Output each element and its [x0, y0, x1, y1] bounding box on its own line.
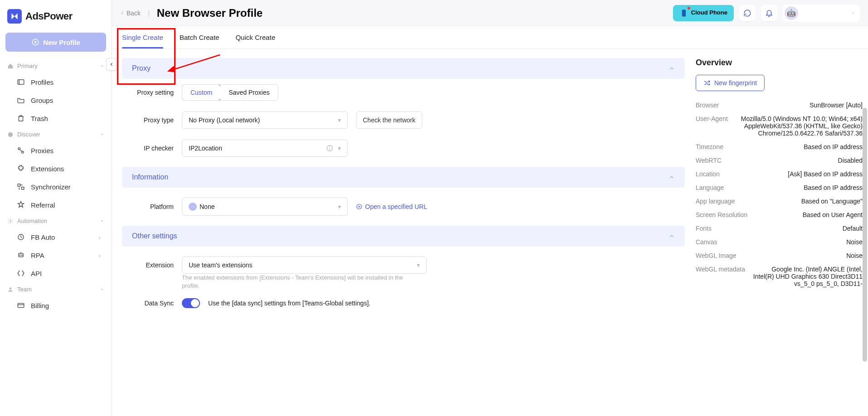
none-icon: ⋯ — [189, 203, 197, 211]
section-information-header[interactable]: Information — [122, 167, 685, 188]
gear-icon — [7, 218, 14, 224]
platform-label: Platform — [122, 203, 182, 210]
sync-icon — [16, 182, 25, 191]
overview-value: [Ask] Based on IP address — [788, 170, 863, 178]
proxies-icon — [16, 146, 25, 155]
rpa-icon — [16, 251, 25, 260]
account-menu[interactable]: 🤖 — [783, 5, 860, 22]
phone-icon — [679, 9, 688, 18]
tab-quick-create[interactable]: Quick Create — [235, 26, 275, 48]
overview-label: Location — [696, 170, 720, 178]
sidebar-item-api[interactable]: API — [5, 264, 106, 282]
nav-section-automation[interactable]: Automation — [5, 214, 106, 228]
new-fingerprint-button[interactable]: New fingerprint — [696, 75, 765, 91]
data-sync-toggle[interactable] — [182, 298, 200, 308]
overview-row: CanvasNoise — [696, 235, 863, 249]
plus-circle-icon — [31, 38, 39, 46]
proxy-type-value: No Proxy (Local network) — [189, 116, 260, 124]
other-section-label: Other settings — [132, 232, 177, 240]
chevron-left-icon — [109, 62, 114, 67]
extensions-label: Extensions — [31, 165, 64, 173]
svg-rect-6 — [22, 187, 24, 189]
sidebar-item-synchronizer[interactable]: Synchronizer — [5, 178, 106, 196]
brand-name: AdsPower — [25, 10, 73, 22]
platform-select[interactable]: ⋯ None ▾ — [182, 198, 348, 216]
ip-checker-label: IP checker — [122, 145, 182, 152]
overview-label: Canvas — [696, 238, 717, 246]
svg-point-10 — [20, 255, 20, 256]
proxy-type-select[interactable]: No Proxy (Local network) ▾ — [182, 111, 348, 129]
trash-label: Trash — [31, 115, 48, 122]
fbauto-icon — [16, 232, 25, 242]
chevron-down-icon — [100, 287, 104, 292]
overview-row: BrowserSunBrowser [Auto] — [696, 98, 863, 112]
overview-row: Location[Ask] Based on IP address — [696, 167, 863, 181]
check-network-button[interactable]: Check the network — [356, 111, 422, 129]
svg-rect-1 — [18, 80, 24, 85]
overview-row: WebRTCDisabled — [696, 154, 863, 167]
bell-icon — [765, 9, 773, 17]
nav-section-discover[interactable]: Discover — [5, 127, 106, 141]
overview-row: App languageBased on "Language" — [696, 194, 863, 208]
sidebar-collapse-button[interactable] — [106, 58, 117, 71]
plus-circle-icon — [356, 203, 362, 210]
sidebar-item-trash[interactable]: Trash — [5, 109, 106, 127]
api-label: API — [31, 270, 42, 277]
new-profile-button[interactable]: New Profile — [5, 33, 106, 52]
overview-value: Mozilla/5.0 (Windows NT 10.0; Win64; x64… — [734, 115, 863, 137]
overview-panel: Overview New fingerprint BrowserSunBrows… — [696, 58, 863, 416]
sidebar-item-rpa[interactable]: RPA › — [5, 246, 106, 264]
proxy-section-label: Proxy — [132, 64, 151, 73]
cloud-phone-button[interactable]: Cloud Phone — [673, 5, 734, 21]
section-other-header[interactable]: Other settings — [122, 226, 685, 247]
info-icon — [326, 145, 333, 152]
sidebar-item-fbauto[interactable]: FB Auto › — [5, 228, 106, 246]
svg-point-12 — [10, 287, 12, 290]
avatar-icon: 🤖 — [785, 6, 798, 20]
overview-row: TimezoneBased on IP address — [696, 140, 863, 154]
compass-icon — [7, 131, 14, 138]
sidebar-item-extensions[interactable]: Extensions — [5, 160, 106, 178]
back-link[interactable]: Back — [120, 10, 141, 17]
sidebar-item-groups[interactable]: Groups — [5, 91, 106, 109]
extensions-icon — [16, 164, 25, 173]
sidebar-item-billing[interactable]: Billing — [5, 296, 106, 314]
proxy-setting-saved[interactable]: Saved Proxies — [220, 85, 278, 100]
proxies-label: Proxies — [31, 147, 54, 155]
sidebar-item-profiles[interactable]: Profiles — [5, 73, 106, 91]
data-sync-text: Use the [data sync] settings from [Teams… — [208, 300, 371, 307]
sidebar-item-referral[interactable]: Referral — [5, 196, 106, 214]
notification-dot — [688, 7, 690, 10]
create-tabs: Single Create Batch Create Quick Create — [112, 26, 868, 49]
overview-value: Based on IP address — [804, 184, 863, 191]
notifications-button[interactable] — [761, 5, 777, 21]
nav-section-primary[interactable]: Primary — [5, 59, 106, 73]
trash-icon — [16, 114, 25, 123]
team-label: Team — [17, 286, 32, 293]
chevron-down-icon: ▾ — [338, 145, 341, 152]
tab-single-create[interactable]: Single Create — [122, 26, 163, 48]
extension-hint: The enabled extensions from [Extensions … — [182, 274, 418, 290]
separator: | — [148, 10, 150, 17]
svg-rect-13 — [18, 304, 24, 308]
open-url-link[interactable]: Open a specified URL — [356, 203, 427, 210]
sync-label: Synchronizer — [31, 183, 71, 191]
chevron-down-icon — [100, 132, 104, 137]
proxy-setting-custom[interactable]: Custom — [182, 84, 221, 101]
ip-checker-select[interactable]: IP2Location ▾ — [182, 140, 348, 157]
overview-label: WebGL metadata — [696, 266, 745, 273]
proxy-setting-segment: Custom Saved Proxies — [182, 84, 278, 101]
tab-batch-create[interactable]: Batch Create — [180, 26, 219, 48]
section-proxy-header[interactable]: Proxy — [122, 58, 685, 79]
page-title: New Browser Profile — [157, 7, 263, 19]
extension-select[interactable]: Use team's extensions ▾ — [182, 256, 427, 274]
extension-value: Use team's extensions — [189, 261, 252, 269]
brand-logo[interactable]: AdsPower — [5, 5, 106, 33]
overview-label: Browser — [696, 102, 719, 109]
primary-label: Primary — [17, 63, 38, 69]
refresh-button[interactable] — [739, 5, 756, 21]
nav-section-team[interactable]: Team — [5, 282, 106, 296]
scrollbar[interactable] — [863, 108, 867, 362]
sidebar-item-proxies[interactable]: Proxies — [5, 141, 106, 160]
chevron-left-icon — [120, 11, 125, 15]
